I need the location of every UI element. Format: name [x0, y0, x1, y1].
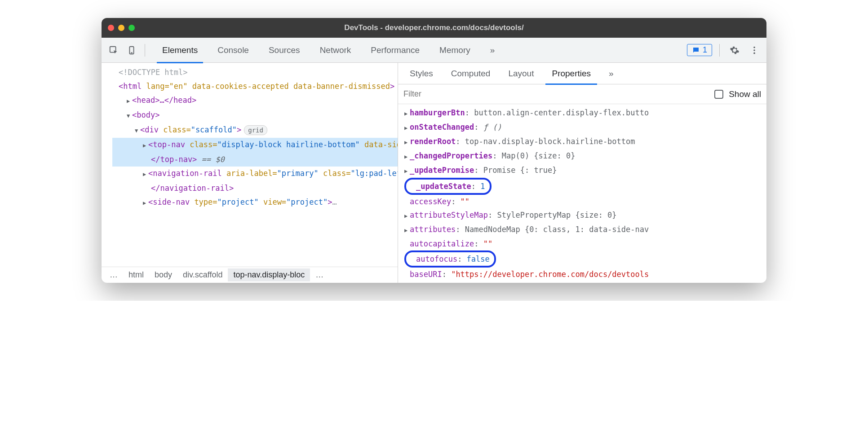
property-row[interactable]: ▶attributes: NamedNodeMap {0: class, 1: … — [402, 223, 766, 237]
minimize-icon[interactable] — [118, 25, 124, 31]
property-value: top-nav.display-block.hairline-bottom — [465, 137, 635, 146]
property-row[interactable]: baseURI: "https://developer.chrome.com/d… — [402, 268, 766, 281]
navigation-rail-element[interactable]: ▶<navigation-rail aria-label="primary" c… — [112, 167, 398, 181]
scaffold-element[interactable]: ▼<div class="scaffold">grid — [112, 123, 398, 138]
tab-console[interactable]: Console — [208, 38, 259, 63]
property-key: _changedProperties — [410, 151, 492, 160]
settings-icon[interactable] — [727, 43, 742, 58]
property-value: false — [467, 255, 490, 263]
main-toolbar: Elements Console Sources Network Perform… — [102, 38, 766, 63]
divider — [145, 44, 145, 57]
property-value: NamedNodeMap {0: class, 1: data-side-nav — [465, 225, 649, 234]
property-value: button.align-center.display-flex.butto — [474, 108, 649, 117]
property-value: "" — [461, 197, 469, 206]
sidebar-pane: Styles Computed Layout Properties » Show… — [398, 63, 766, 283]
more-tabs-icon[interactable]: » — [480, 38, 505, 63]
filter-input[interactable] — [403, 89, 709, 99]
property-key: baseURI — [410, 270, 442, 279]
expand-icon[interactable]: ▶ — [404, 107, 410, 120]
head-element[interactable]: ▶<head>…</head> — [112, 93, 398, 108]
highlight-circle: _updateState: 1 — [404, 178, 492, 195]
property-row[interactable]: ▶onStateChanged: ƒ () — [402, 120, 766, 135]
issues-count: 1 — [703, 45, 707, 55]
property-value: Promise {: true} — [483, 166, 557, 175]
device-toggle-icon[interactable] — [124, 43, 139, 58]
crumb-overflow-end[interactable]: … — [310, 268, 329, 281]
side-nav-element[interactable]: ▶<side-nav type="project" view="project"… — [112, 195, 398, 210]
kebab-menu-icon[interactable] — [747, 43, 762, 58]
html-element[interactable]: <html lang="en" data-cookies-accepted da… — [112, 79, 398, 93]
expand-icon[interactable]: ▶ — [404, 136, 410, 149]
subtab-styles[interactable]: Styles — [401, 63, 442, 84]
tab-network[interactable]: Network — [310, 38, 361, 63]
inspect-element-icon[interactable] — [106, 43, 121, 58]
subtab-properties[interactable]: Properties — [543, 63, 600, 84]
svg-point-3 — [753, 46, 755, 48]
tab-elements[interactable]: Elements — [152, 38, 208, 63]
property-row[interactable]: ▶attributeStyleMap: StylePropertyMap {si… — [402, 208, 766, 223]
property-row[interactable]: ▶_changedProperties: Map(0) {size: 0} — [402, 149, 766, 163]
tab-performance[interactable]: Performance — [361, 38, 430, 63]
svg-point-5 — [753, 52, 755, 54]
property-key: attributeStyleMap — [410, 211, 488, 220]
expand-icon[interactable]: ▶ — [404, 209, 410, 223]
property-key: renderRoot — [410, 137, 456, 146]
property-key: autocapitalize — [410, 239, 474, 248]
property-value: "https://developer.chrome.com/docs/devto… — [451, 270, 649, 279]
highlight-circle: autofocus: false — [404, 250, 496, 268]
subtab-layout[interactable]: Layout — [499, 63, 543, 84]
panel-tabs: Elements Console Sources Network Perform… — [152, 38, 687, 63]
expand-icon[interactable]: ▶ — [404, 150, 410, 163]
expand-icon[interactable]: ▶ — [404, 121, 410, 135]
expand-icon[interactable]: ▶ — [404, 164, 410, 178]
grid-badge[interactable]: grid — [244, 125, 267, 135]
property-row[interactable]: accessKey: "" — [402, 195, 766, 208]
property-key: attributes — [410, 225, 456, 234]
subtab-computed[interactable]: Computed — [442, 63, 500, 84]
body-element[interactable]: ▼<body> — [112, 108, 398, 123]
traffic-lights — [108, 25, 135, 31]
tab-memory[interactable]: Memory — [430, 38, 480, 63]
property-row[interactable]: ▶renderRoot: top-nav.display-block.hairl… — [402, 135, 766, 149]
expand-icon[interactable]: ▶ — [404, 224, 410, 237]
property-row[interactable]: _updateState: 1 — [402, 178, 766, 195]
property-value: StylePropertyMap {size: 0} — [497, 211, 616, 220]
property-key: _updateState — [416, 182, 471, 191]
more-subtabs-icon[interactable]: » — [600, 63, 623, 84]
property-value: "" — [483, 239, 492, 248]
window-title: DevTools - developer.chrome.com/docs/dev… — [344, 23, 523, 32]
property-value: Map(0) {size: 0} — [502, 151, 576, 160]
property-key: autofocus — [416, 255, 457, 263]
crumb-body[interactable]: body — [149, 268, 177, 281]
property-row[interactable]: ▶_updatePromise: Promise {: true} — [402, 163, 766, 178]
devtools-window: DevTools - developer.chrome.com/docs/dev… — [102, 18, 766, 283]
crumb-overflow[interactable]: … — [104, 268, 123, 281]
property-value: 1 — [480, 182, 485, 191]
filter-row: Show all — [398, 84, 766, 104]
property-key: onStateChanged — [410, 123, 474, 132]
property-key: accessKey — [410, 197, 451, 206]
crumb-topnav[interactable]: top-nav.display-bloc — [228, 268, 310, 281]
zoom-icon[interactable] — [128, 25, 135, 31]
property-row[interactable]: autocapitalize: "" — [402, 237, 766, 250]
crumb-scaffold[interactable]: div.scaffold — [177, 268, 228, 281]
show-all-label: Show all — [729, 89, 761, 99]
divider — [719, 44, 720, 57]
property-key: hamburgerBtn — [410, 108, 465, 117]
content-area: <!DOCTYPE html> <html lang="en" data-coo… — [102, 63, 766, 283]
property-value: ƒ () — [483, 123, 502, 132]
svg-point-4 — [753, 49, 755, 51]
show-all-checkbox[interactable] — [714, 90, 723, 99]
sidebar-tabs: Styles Computed Layout Properties » — [398, 63, 766, 84]
crumb-html[interactable]: html — [123, 268, 149, 281]
issues-badge[interactable]: 1 — [687, 44, 712, 56]
dom-tree[interactable]: <!DOCTYPE html> <html lang="en" data-coo… — [112, 63, 398, 210]
property-row[interactable]: autofocus: false — [402, 250, 766, 268]
properties-list[interactable]: ▶hamburgerBtn: button.align-center.displ… — [398, 104, 766, 283]
breadcrumb: … html body div.scaffold top-nav.display… — [102, 267, 398, 283]
tab-sources[interactable]: Sources — [259, 38, 310, 63]
selected-element-topnav[interactable]: ⋯ ▶<top-nav class="display-block hairlin… — [112, 138, 398, 167]
close-icon[interactable] — [108, 25, 114, 31]
property-row[interactable]: ▶hamburgerBtn: button.align-center.displ… — [402, 106, 766, 120]
elements-panel: <!DOCTYPE html> <html lang="en" data-coo… — [102, 63, 398, 283]
